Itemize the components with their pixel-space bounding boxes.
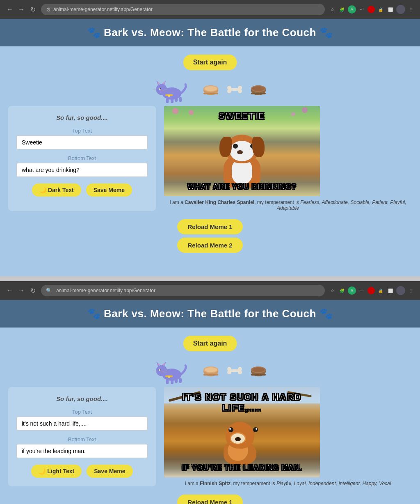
avatar-icon-2[interactable] — [396, 286, 405, 295]
meme-image-container-1: SWEETIE WHAT ARE YOU DRINKING? — [164, 106, 320, 196]
star-icon-2[interactable]: ☆ — [328, 286, 336, 295]
food-bowl-3 — [202, 364, 219, 377]
meme-top-text-2: IT'S NOT SUCH A HARD LIFE,.... — [164, 392, 320, 413]
menu-icon-2[interactable]: ⋮ — [407, 286, 415, 295]
save-meme-button-2[interactable]: Save Meme — [87, 465, 132, 478]
bottom-text-label-2: Bottom Text — [16, 436, 148, 442]
breed-info-1: I am a Cavalier King Charles Spaniel, my… — [164, 199, 412, 211]
profile-icon-1[interactable]: A — [348, 5, 356, 14]
svg-rect-13 — [171, 99, 173, 103]
meme-bottom-text-2: IF YOU'RE THE LEADING MAN. — [164, 464, 320, 472]
reload-meme1-button-2[interactable]: Reload Meme 1 — [177, 495, 243, 504]
svg-point-32 — [156, 365, 167, 376]
svg-point-20 — [205, 86, 217, 91]
svg-point-57 — [238, 370, 242, 374]
back-button-1[interactable]: ← — [5, 5, 15, 14]
svg-rect-46 — [179, 378, 182, 383]
content-row-1: So fur, so good.... Top Text Bottom Text… — [8, 106, 412, 211]
record-icon-1 — [368, 6, 375, 13]
food-icons-1 — [202, 83, 267, 96]
url-text-2: animal-meme-generator.netlify.app/Genera… — [56, 288, 155, 293]
top-text-group-2: Top Text — [16, 409, 148, 431]
svg-rect-15 — [179, 97, 182, 102]
svg-rect-12 — [166, 99, 169, 103]
bottom-text-group-1: Bottom Text — [16, 155, 148, 177]
tab-icon-2[interactable]: ⬜ — [386, 286, 395, 295]
meme-top-text-1: SWEETIE — [164, 111, 320, 121]
dark-text-button-1[interactable]: 🌙 Dark Text — [32, 183, 81, 197]
avatar-icon-1[interactable] — [396, 5, 405, 14]
start-again-button-1[interactable]: Start again — [183, 55, 237, 70]
lock-icon-1: 🔒 — [377, 5, 385, 14]
reload-buttons-1: Reload Meme 1 Reload Meme 2 — [8, 219, 412, 253]
tab-icon-1[interactable]: ⬜ — [386, 5, 395, 14]
svg-rect-53 — [230, 369, 239, 372]
app-section-2: 🐾 Bark vs. Meow: The Battle for the Couc… — [0, 300, 420, 504]
reload-meme2-button-1[interactable]: Reload Meme 2 — [177, 238, 243, 253]
form-actions-2: 🌙 Light Text Save Meme — [16, 465, 148, 478]
bottom-text-input-2[interactable] — [16, 444, 148, 458]
svg-rect-14 — [175, 97, 178, 102]
food-bowl-1 — [202, 83, 219, 96]
form-heading-1: So fur, so good.... — [16, 114, 148, 121]
form-panel-1: So fur, so good.... Top Text Bottom Text… — [8, 106, 156, 211]
svg-point-51 — [205, 367, 217, 372]
save-meme-button-1[interactable]: Save Meme — [86, 183, 132, 197]
svg-rect-22 — [230, 88, 239, 91]
forward-button-2[interactable]: → — [16, 286, 26, 296]
reload-meme1-button-1[interactable]: Reload Meme 1 — [177, 219, 243, 234]
profile-icon-2[interactable]: A — [348, 286, 356, 295]
extensions-icon-1[interactable]: 🧩 — [338, 5, 346, 14]
svg-rect-61 — [251, 374, 266, 376]
star-icon-1[interactable]: ☆ — [328, 5, 336, 14]
form-actions-1: 🌙 Dark Text Save Meme — [16, 183, 148, 197]
back-button-2[interactable]: ← — [5, 286, 15, 296]
top-text-input-1[interactable] — [16, 135, 148, 149]
svg-point-24 — [227, 89, 231, 93]
app-body-1: Start again — [0, 46, 420, 276]
light-text-button-2[interactable]: 🌙 Light Text — [31, 465, 82, 478]
top-text-input-2[interactable] — [16, 417, 148, 431]
screenshot-divider — [0, 276, 420, 281]
food-bowl-2 — [250, 83, 267, 96]
browser-chrome-1: ← → ↻ ⚙ animal-meme-generator.netlify.ap… — [0, 0, 420, 19]
reload-buttons-2: Reload Meme 1 Reload Meme 2 — [8, 495, 412, 504]
meme-bottom-text-1: WHAT ARE YOU DRINKING? — [164, 183, 320, 191]
record-icon-2 — [368, 287, 375, 294]
svg-point-48 — [168, 376, 170, 378]
svg-point-8 — [161, 90, 162, 91]
extensions-icon-2[interactable]: 🧩 — [338, 286, 346, 295]
forward-button-1[interactable]: → — [16, 5, 26, 14]
more-icon-2[interactable]: ⋯ — [358, 286, 366, 295]
breed-name-1: Cavalier King Charles Spaniel — [185, 199, 254, 205]
form-heading-2: So fur, so good.... — [16, 395, 148, 402]
app-section-1: 🐾 Bark vs. Meow: The Battle for the Couc… — [0, 19, 420, 276]
lock-icon-2: 🔒 — [377, 286, 385, 295]
svg-rect-44 — [171, 380, 173, 385]
more-icon-1[interactable]: ⋯ — [358, 5, 366, 14]
svg-rect-21 — [203, 93, 218, 94]
svg-point-26 — [238, 89, 242, 93]
reload-button-1[interactable]: ↻ — [28, 5, 38, 14]
address-bar-2[interactable]: 🔍 animal-meme-generator.netlify.app/Gene… — [41, 285, 325, 296]
cat-container-1 — [8, 73, 412, 106]
breed-temperament-2: Playful, Loyal, Independent, Intelligent… — [276, 481, 391, 486]
menu-icon-1[interactable]: ⋮ — [407, 5, 415, 14]
svg-point-29 — [252, 86, 265, 91]
browser-chrome-2: ← → ↻ 🔍 animal-meme-generator.netlify.ap… — [0, 281, 420, 300]
address-bar-1[interactable]: ⚙ animal-meme-generator.netlify.app/Gene… — [41, 4, 325, 15]
cat-illustration-2 — [153, 354, 194, 387]
reload-button-2[interactable]: ↻ — [28, 286, 38, 296]
breed-name-2: Finnish Spitz — [200, 481, 231, 486]
cat-illustration-1 — [153, 73, 194, 106]
bone-icon-2 — [226, 366, 243, 376]
start-again-button-2[interactable]: Start again — [183, 336, 237, 351]
svg-point-60 — [252, 367, 265, 372]
nav-buttons-1: ← → ↻ — [5, 5, 38, 14]
svg-rect-52 — [203, 374, 218, 376]
food-icons-2 — [202, 364, 267, 377]
bottom-text-input-1[interactable] — [16, 163, 148, 177]
meme-preview-1: SWEETIE WHAT ARE YOU DRINKING? I am a Ca… — [164, 106, 412, 211]
svg-rect-43 — [166, 380, 169, 385]
url-text-1: animal-meme-generator.netlify.app/Genera… — [53, 7, 153, 12]
